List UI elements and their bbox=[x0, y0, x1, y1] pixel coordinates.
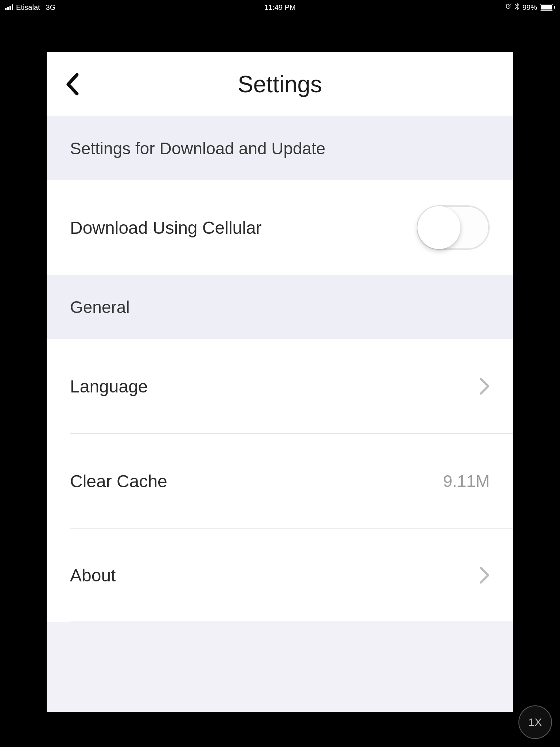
section-general-label: General bbox=[70, 297, 130, 317]
section-download-update-label: Settings for Download and Update bbox=[70, 139, 326, 158]
row-about[interactable]: About bbox=[47, 529, 513, 622]
status-left: Etisalat 3G bbox=[5, 3, 55, 12]
app-panel: Settings Settings for Download and Updat… bbox=[47, 52, 513, 712]
zoom-badge-label: 1X bbox=[528, 716, 542, 728]
status-right: 99% bbox=[505, 3, 555, 12]
network-label: 3G bbox=[46, 3, 56, 12]
chevron-right-icon bbox=[479, 566, 490, 584]
back-button[interactable] bbox=[63, 69, 82, 100]
row-download-cellular: Download Using Cellular bbox=[47, 180, 513, 275]
row-clear-cache[interactable]: Clear Cache 9.11M bbox=[47, 434, 513, 529]
page-title: Settings bbox=[238, 71, 322, 98]
download-cellular-label: Download Using Cellular bbox=[70, 218, 262, 238]
zoom-badge[interactable]: 1X bbox=[518, 705, 552, 739]
divider bbox=[70, 622, 513, 622]
chevron-left-icon bbox=[65, 73, 80, 96]
carrier-label: Etisalat bbox=[16, 3, 40, 12]
signal-icon bbox=[5, 4, 13, 10]
bluetooth-icon bbox=[514, 3, 520, 12]
row-language[interactable]: Language bbox=[47, 339, 513, 434]
section-general-header: General bbox=[47, 275, 513, 339]
language-label: Language bbox=[70, 376, 148, 396]
status-bar: Etisalat 3G 11:49 PM 99% bbox=[0, 0, 560, 15]
clear-cache-value: 9.11M bbox=[443, 471, 490, 491]
about-label: About bbox=[70, 565, 116, 585]
battery-percent-label: 99% bbox=[522, 3, 537, 12]
clear-cache-label: Clear Cache bbox=[70, 471, 167, 491]
download-cellular-toggle[interactable] bbox=[417, 205, 490, 250]
alarm-icon bbox=[505, 3, 512, 12]
clock-label: 11:49 PM bbox=[264, 3, 296, 12]
battery-icon bbox=[540, 4, 555, 11]
section-download-update-header: Settings for Download and Update bbox=[47, 116, 513, 180]
chevron-right-icon bbox=[479, 378, 490, 395]
toggle-knob bbox=[417, 206, 460, 249]
page-header: Settings bbox=[47, 52, 513, 116]
